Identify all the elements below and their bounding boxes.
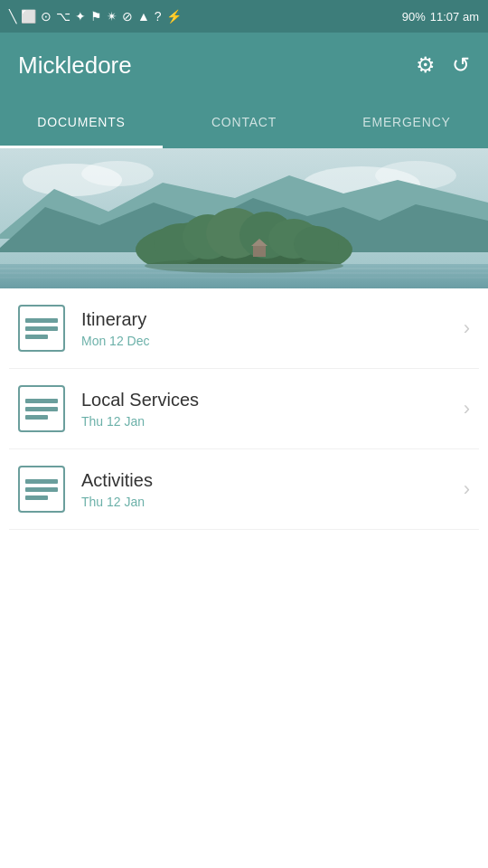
activities-content: Activities Thu 12 Jan <box>81 470 464 509</box>
svg-point-15 <box>294 226 339 262</box>
activities-title: Activities <box>81 470 464 491</box>
list-container: Itinerary Mon 12 Dec › Local Services Th… <box>0 288 488 530</box>
settings-icon[interactable]: ⚙ <box>416 52 436 78</box>
wifi-icon: ▲ <box>137 9 150 24</box>
status-icons-left: ╲ ⬜ ⊙ ⌥ ✦ ⚑ ✴ ⊘ ▲ ? ⚡ <box>9 9 182 24</box>
local-services-icon <box>18 385 65 432</box>
shield-icon: ⚡ <box>166 9 182 24</box>
app-bar-actions: ⚙ ↺ <box>416 52 470 78</box>
svg-rect-16 <box>253 246 266 257</box>
itinerary-title: Itinerary <box>81 309 464 330</box>
time-display: 11:07 am <box>430 10 479 24</box>
signal-icon: ╲ <box>9 9 16 24</box>
list-item[interactable]: Local Services Thu 12 Jan › <box>9 369 479 449</box>
app-bar: Mickledore ⚙ ↺ <box>0 33 488 98</box>
app-title: Mickledore <box>18 52 132 80</box>
usb-icon: ⌥ <box>56 9 70 24</box>
svg-point-22 <box>145 259 343 273</box>
tab-bar: DOCUMENTS CONTACT EMERGENCY <box>0 98 488 148</box>
hero-image <box>0 148 488 288</box>
itinerary-icon <box>18 305 65 352</box>
refresh-icon[interactable]: ↺ <box>452 52 470 78</box>
svg-point-3 <box>81 161 154 186</box>
itinerary-content: Itinerary Mon 12 Dec <box>81 309 464 348</box>
itinerary-subtitle: Mon 12 Dec <box>81 334 464 348</box>
activities-icon <box>18 466 65 513</box>
battery-percent: 90% <box>402 10 426 24</box>
twitter-icon: ✦ <box>75 9 86 24</box>
list-item[interactable]: Itinerary Mon 12 Dec › <box>9 288 479 369</box>
status-bar: ╲ ⬜ ⊙ ⌥ ✦ ⚑ ✴ ⊘ ▲ ? ⚡ 90% 11:07 am <box>0 0 488 33</box>
tab-documents[interactable]: DOCUMENTS <box>0 98 163 146</box>
tag-icon: ⚑ <box>90 9 102 24</box>
activities-subtitle: Thu 12 Jan <box>81 495 464 509</box>
instagram-icon: ⬜ <box>21 9 36 24</box>
list-item[interactable]: Activities Thu 12 Jan › <box>9 449 479 530</box>
local-services-subtitle: Thu 12 Jan <box>81 414 464 429</box>
tab-contact[interactable]: CONTACT <box>163 98 325 146</box>
camera-icon: ⊙ <box>41 9 52 24</box>
itinerary-chevron: › <box>464 316 470 340</box>
local-services-chevron: › <box>464 397 470 420</box>
tab-emergency[interactable]: EMERGENCY <box>325 98 488 146</box>
activities-chevron: › <box>464 477 470 501</box>
bluetooth-icon: ✴ <box>107 9 117 24</box>
help-icon: ? <box>155 9 162 24</box>
blocked-icon: ⊘ <box>122 9 133 24</box>
local-services-content: Local Services Thu 12 Jan <box>81 390 464 429</box>
local-services-title: Local Services <box>81 390 464 410</box>
status-info-right: 90% 11:07 am <box>402 10 479 24</box>
